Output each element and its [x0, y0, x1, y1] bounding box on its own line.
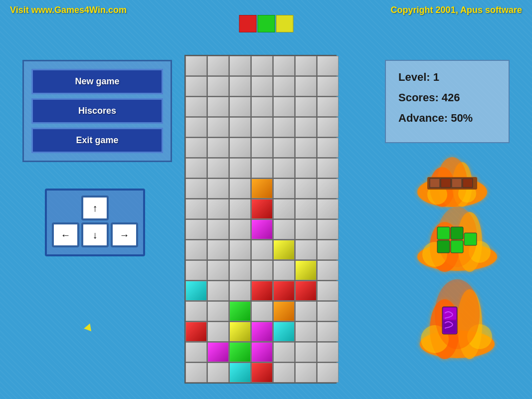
- board-cell-104: [317, 342, 339, 362]
- board-cell-56: [185, 219, 207, 239]
- board-cell-46: [273, 179, 295, 199]
- board-cell-80: [251, 281, 273, 301]
- next-piece-block-2: [257, 15, 275, 32]
- up-control[interactable]: ↑: [81, 196, 109, 220]
- board-cell-88: [273, 301, 295, 321]
- board-cell-8: [207, 76, 229, 96]
- fire-decoration-1: [412, 155, 492, 209]
- down-control[interactable]: ↓: [81, 222, 109, 247]
- svg-rect-19: [437, 240, 450, 253]
- new-game-button[interactable]: New game: [31, 69, 163, 94]
- board-cell-22: [207, 117, 229, 137]
- svg-rect-7: [430, 179, 440, 188]
- board-cell-25: [273, 117, 295, 137]
- board-cell-89: [295, 301, 317, 321]
- exit-game-button[interactable]: Exit game: [31, 128, 163, 153]
- next-piece-preview: [239, 15, 293, 32]
- board-cell-7: [185, 76, 207, 96]
- game-board: [184, 55, 337, 384]
- board-cell-19: [295, 97, 317, 117]
- board-cell-103: [295, 342, 317, 362]
- board-cell-96: [295, 322, 317, 342]
- menu-panel: New game Hiscores Exit game: [22, 60, 172, 162]
- board-cell-90: [317, 301, 339, 321]
- board-cell-66: [251, 240, 273, 260]
- board-cell-2: [229, 56, 251, 76]
- board-cell-75: [295, 260, 317, 280]
- right-control[interactable]: →: [111, 222, 138, 247]
- svg-rect-8: [441, 179, 451, 188]
- board-cell-85: [207, 301, 229, 321]
- board-cell-83: [317, 281, 339, 301]
- board-cell-34: [317, 138, 339, 158]
- cursor-arrow: [84, 322, 94, 332]
- board-cell-69: [317, 240, 339, 260]
- board-cell-111: [317, 363, 339, 383]
- controls-widget: ↑ ← ↓ →: [45, 189, 145, 256]
- board-cell-50: [207, 199, 229, 219]
- board-cell-28: [185, 138, 207, 158]
- fire-decoration-3: [415, 279, 500, 359]
- svg-rect-21: [464, 233, 477, 245]
- board-cell-13: [317, 76, 339, 96]
- board-grid: [184, 55, 337, 384]
- stats-panel: Level: 1 Scores: 426 Advance: 50%: [385, 60, 510, 143]
- board-cell-29: [207, 138, 229, 158]
- board-cell-32: [273, 138, 295, 158]
- board-cell-64: [207, 240, 229, 260]
- board-cell-109: [273, 363, 295, 383]
- board-cell-39: [273, 158, 295, 178]
- board-cell-10: [251, 76, 273, 96]
- board-cell-20: [317, 97, 339, 117]
- board-cell-108: [251, 363, 273, 383]
- hiscores-button[interactable]: Hiscores: [31, 98, 163, 124]
- board-cell-68: [295, 240, 317, 260]
- board-cell-100: [229, 342, 251, 362]
- board-cell-31: [251, 138, 273, 158]
- board-cell-3: [251, 56, 273, 76]
- board-cell-53: [273, 199, 295, 219]
- board-cell-55: [317, 199, 339, 219]
- board-cell-78: [207, 281, 229, 301]
- board-cell-73: [251, 260, 273, 280]
- board-cell-98: [185, 342, 207, 362]
- board-cell-86: [229, 301, 251, 321]
- board-cell-72: [229, 260, 251, 280]
- board-cell-79: [229, 281, 251, 301]
- next-piece-block-1: [239, 15, 256, 32]
- board-cell-38: [251, 158, 273, 178]
- board-cell-40: [295, 158, 317, 178]
- board-cell-94: [251, 322, 273, 342]
- board-cell-30: [229, 138, 251, 158]
- board-cell-70: [185, 260, 207, 280]
- board-cell-26: [295, 117, 317, 137]
- board-cell-36: [207, 158, 229, 178]
- board-cell-6: [317, 56, 339, 76]
- board-cell-33: [295, 138, 317, 158]
- svg-rect-10: [463, 179, 473, 188]
- board-cell-37: [229, 158, 251, 178]
- board-cell-67: [273, 240, 295, 260]
- board-cell-107: [229, 363, 251, 383]
- board-cell-57: [207, 219, 229, 239]
- fire-decoration-2: [410, 207, 505, 272]
- board-cell-51: [229, 199, 251, 219]
- next-piece-block-3: [276, 15, 293, 32]
- svg-rect-18: [451, 227, 463, 239]
- svg-rect-20: [451, 240, 463, 253]
- board-cell-60: [273, 219, 295, 239]
- board-cell-84: [185, 301, 207, 321]
- board-cell-71: [207, 260, 229, 280]
- board-cell-41: [317, 158, 339, 178]
- board-cell-5: [295, 56, 317, 76]
- board-cell-24: [251, 117, 273, 137]
- header-right-text: Copyright 2001, Apus software: [391, 5, 522, 15]
- board-cell-106: [207, 363, 229, 383]
- board-cell-42: [185, 179, 207, 199]
- board-cell-27: [317, 117, 339, 137]
- board-cell-11: [273, 76, 295, 96]
- board-cell-77: [185, 281, 207, 301]
- board-cell-74: [273, 260, 295, 280]
- board-cell-59: [251, 219, 273, 239]
- left-control[interactable]: ←: [52, 222, 79, 247]
